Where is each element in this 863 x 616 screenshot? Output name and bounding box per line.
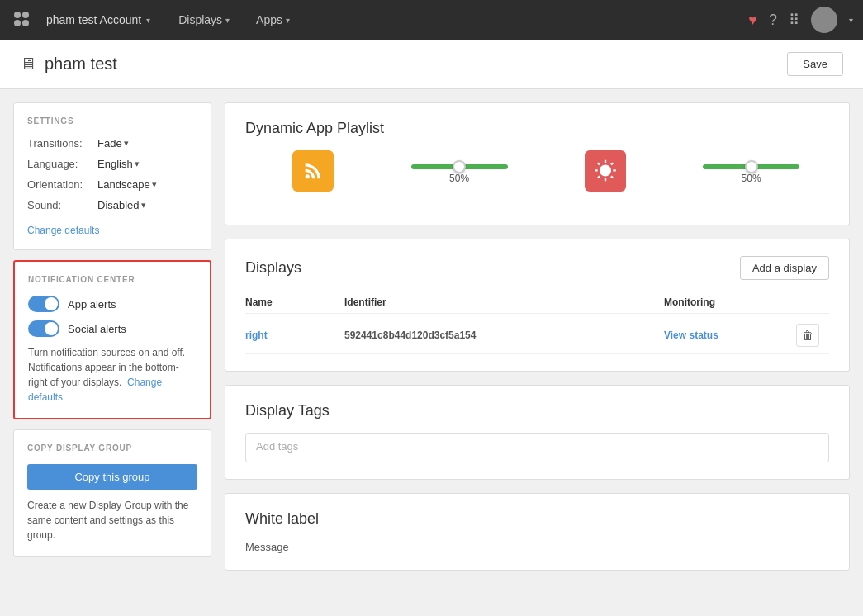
sound-value: Disabled — [97, 199, 140, 211]
transitions-value: Fade — [97, 137, 122, 149]
orientation-value: Landscape — [97, 178, 150, 191]
tags-placeholder: Add tags — [256, 440, 298, 453]
language-select-wrap[interactable]: English ▾ — [97, 158, 197, 170]
main-layout: SETTINGS Transitions: Fade ▾ Language: E… — [0, 89, 863, 616]
sound-label: Sound: — [27, 199, 97, 211]
rss-icon — [292, 150, 334, 192]
display-name-link[interactable]: right — [245, 329, 268, 341]
display-actions-cell: 🗑 — [796, 324, 829, 347]
sound-chevron-icon: ▾ — [141, 200, 146, 211]
playlist-item-rss — [245, 150, 382, 198]
sidebar: SETTINGS Transitions: Fade ▾ Language: E… — [13, 102, 211, 603]
slider-wrap-right — [683, 164, 819, 169]
display-tags-card: Display Tags Add tags — [225, 385, 850, 480]
language-row: Language: English ▾ — [27, 158, 197, 170]
language-label: Language: — [27, 158, 97, 170]
slider-thumb-left[interactable] — [453, 160, 466, 173]
social-alerts-label: Social alerts — [68, 323, 126, 335]
page-title-wrap: 🖥 pham test — [20, 54, 787, 73]
app-logo — [10, 7, 33, 33]
copy-display-group-card: COPY DISPLAY GROUP Copy this group Creat… — [13, 429, 211, 557]
app-alerts-label: App alerts — [68, 298, 116, 310]
app-alerts-row: App alerts — [28, 296, 197, 312]
orientation-row: Orientation: Landscape ▾ — [27, 178, 197, 191]
display-name-cell: right — [245, 329, 344, 341]
top-navigation: pham test Account ▾ Displays ▾ Apps ▾ ♥ … — [0, 0, 863, 40]
view-status-link[interactable]: View status — [664, 329, 718, 341]
social-alerts-row: Social alerts — [28, 320, 197, 337]
display-monitoring-cell: View status — [664, 329, 796, 341]
sound-row: Sound: Disabled ▾ — [27, 199, 197, 211]
svg-point-0 — [14, 12, 21, 18]
displays-table-header: Name Identifier Monitoring — [245, 291, 829, 314]
transitions-row: Transitions: Fade ▾ — [27, 137, 197, 149]
settings-card: SETTINGS Transitions: Fade ▾ Language: E… — [13, 102, 211, 250]
sound-select-wrap[interactable]: Disabled ▾ — [97, 199, 197, 211]
copy-description: Create a new Display Group with the same… — [27, 498, 197, 543]
avatar-chevron-icon: ▾ — [849, 16, 853, 25]
main-content: Dynamic App Playlist — [225, 102, 850, 603]
displays-chevron-icon: ▾ — [225, 16, 230, 25]
copy-section-title: COPY DISPLAY GROUP — [27, 443, 197, 453]
col-actions-header — [796, 296, 829, 308]
playlist-card: Dynamic App Playlist — [225, 102, 850, 225]
account-chevron-icon: ▾ — [146, 16, 150, 25]
app-alerts-toggle[interactable] — [28, 296, 59, 312]
orientation-label: Orientation: — [27, 178, 97, 191]
white-label-card: White label Message — [225, 493, 850, 571]
transitions-chevron-icon: ▾ — [124, 138, 129, 149]
svg-point-2 — [14, 20, 21, 26]
white-label-title: White label — [245, 510, 829, 528]
language-chevron-icon: ▾ — [135, 159, 140, 169]
heart-icon[interactable]: ♥ — [748, 12, 757, 29]
slider-track-left — [411, 164, 508, 169]
page-header: 🖥 pham test Save — [0, 40, 863, 89]
orientation-chevron-icon: ▾ — [152, 179, 157, 190]
table-row: right 592441c8b44d120d3cf5a154 View stat… — [245, 317, 829, 354]
displays-title: Displays — [245, 259, 301, 277]
col-identifier-header: Identifier — [344, 296, 664, 308]
playlist-pct-right: 50% — [683, 173, 819, 184]
playlist-title: Dynamic App Playlist — [245, 120, 829, 137]
topnav-right-actions: ♥ ? ⠿ ▾ — [748, 7, 853, 33]
language-value: English — [97, 158, 133, 170]
apps-chevron-icon: ▾ — [286, 16, 290, 25]
playlist-pct-left: 50% — [391, 173, 528, 184]
avatar[interactable] — [811, 7, 837, 33]
notification-center-card: NOTIFICATION CENTER App alerts Social al… — [13, 260, 211, 419]
display-tags-title: Display Tags — [245, 402, 829, 419]
orientation-select-wrap[interactable]: Landscape ▾ — [97, 178, 197, 191]
transitions-select-wrap[interactable]: Fade ▾ — [97, 137, 197, 149]
help-icon[interactable]: ? — [769, 12, 777, 29]
delete-display-button[interactable]: 🗑 — [796, 324, 819, 347]
account-selector[interactable]: pham test Account ▾ — [46, 13, 150, 26]
slider-area-left: 50% — [382, 164, 538, 184]
slider-track-right — [703, 164, 799, 169]
white-label-message: Message — [245, 541, 829, 553]
save-button[interactable]: Save — [787, 52, 843, 76]
svg-point-1 — [22, 12, 29, 18]
notification-section-title: NOTIFICATION CENTER — [28, 275, 197, 284]
col-name-header: Name — [245, 296, 344, 308]
add-display-button[interactable]: Add a display — [740, 256, 829, 280]
page-title: pham test — [45, 54, 117, 73]
tags-input[interactable]: Add tags — [245, 433, 829, 462]
slider-thumb-right[interactable] — [745, 160, 758, 173]
change-defaults-link[interactable]: Change defaults — [27, 225, 99, 236]
display-icon: 🖥 — [20, 54, 36, 73]
grid-icon[interactable]: ⠿ — [789, 11, 799, 29]
svg-point-4 — [306, 174, 310, 178]
top-nav-items: Displays ▾ Apps ▾ — [167, 7, 301, 33]
display-identifier-cell: 592441c8b44d120d3cf5a154 — [344, 329, 664, 341]
notification-description: Turn notification sources on and off. No… — [28, 345, 197, 405]
social-alerts-toggle[interactable] — [28, 320, 59, 337]
copy-group-button[interactable]: Copy this group — [27, 464, 197, 490]
playlist-items: 50% 50% — [245, 150, 829, 198]
nav-item-displays[interactable]: Displays ▾ — [167, 7, 241, 33]
displays-card: Displays Add a display Name Identifier M… — [225, 239, 850, 372]
account-name: pham test Account — [46, 13, 141, 26]
slider-area-right: 50% — [673, 164, 829, 184]
nav-item-apps[interactable]: Apps ▾ — [244, 7, 301, 33]
playlist-item-cloud — [538, 150, 674, 198]
cloud-icon — [585, 150, 626, 192]
